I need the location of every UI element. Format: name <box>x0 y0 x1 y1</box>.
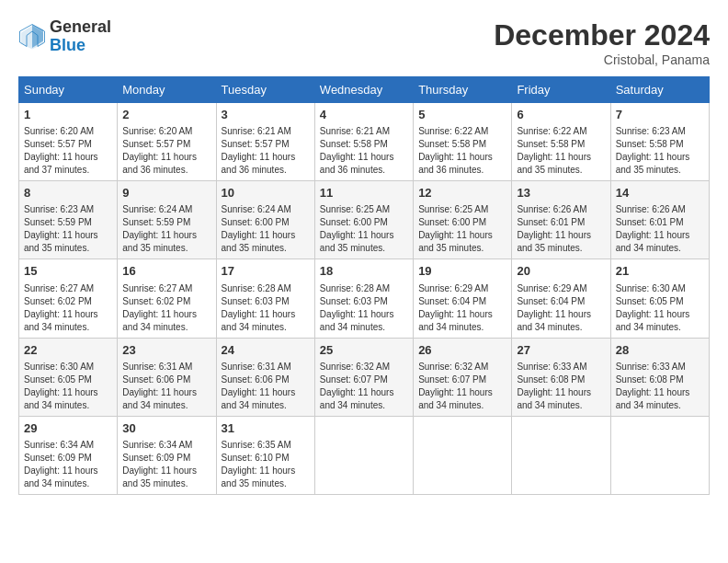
calendar-header-row: SundayMondayTuesdayWednesdayThursdayFrid… <box>19 77 710 103</box>
calendar-cell: 5Sunrise: 6:22 AMSunset: 5:58 PMDaylight… <box>414 103 512 181</box>
calendar-cell: 16Sunrise: 6:27 AMSunset: 6:02 PMDayligh… <box>118 259 216 338</box>
day-detail: Sunrise: 6:32 AMSunset: 6:07 PMDaylight:… <box>320 361 408 412</box>
calendar-cell <box>512 416 610 494</box>
day-number: 11 <box>320 185 408 201</box>
calendar-cell: 8Sunrise: 6:23 AMSunset: 5:59 PMDaylight… <box>19 181 118 259</box>
calendar-cell: 24Sunrise: 6:31 AMSunset: 6:06 PMDayligh… <box>216 338 314 416</box>
day-detail: Sunrise: 6:35 AMSunset: 6:10 PMDaylight:… <box>222 439 310 490</box>
day-detail: Sunrise: 6:21 AMSunset: 5:57 PMDaylight:… <box>222 125 310 177</box>
calendar-cell: 23Sunrise: 6:31 AMSunset: 6:06 PMDayligh… <box>118 338 216 416</box>
day-number: 24 <box>222 342 310 359</box>
calendar-title: December 2024 <box>494 18 710 52</box>
calendar-cell: 12Sunrise: 6:25 AMSunset: 6:00 PMDayligh… <box>414 181 512 259</box>
day-number: 25 <box>320 342 408 359</box>
day-detail: Sunrise: 6:21 AMSunset: 5:58 PMDaylight:… <box>320 125 408 177</box>
logo-icon <box>18 23 46 51</box>
calendar-table: SundayMondayTuesdayWednesdayThursdayFrid… <box>18 76 710 495</box>
day-detail: Sunrise: 6:27 AMSunset: 6:02 PMDaylight:… <box>24 282 112 334</box>
day-detail: Sunrise: 6:33 AMSunset: 6:08 PMDaylight:… <box>517 361 605 412</box>
calendar-cell: 14Sunrise: 6:26 AMSunset: 6:01 PMDayligh… <box>610 181 709 259</box>
day-detail: Sunrise: 6:23 AMSunset: 5:58 PMDaylight:… <box>616 125 704 177</box>
day-number: 31 <box>222 420 310 437</box>
day-number: 15 <box>24 263 112 280</box>
day-number: 12 <box>418 185 506 201</box>
day-detail: Sunrise: 6:34 AMSunset: 6:09 PMDaylight:… <box>24 439 112 490</box>
logo-line1: General <box>50 18 111 37</box>
day-detail: Sunrise: 6:31 AMSunset: 6:06 PMDaylight:… <box>122 361 210 412</box>
day-detail: Sunrise: 6:22 AMSunset: 5:58 PMDaylight:… <box>418 125 506 177</box>
day-detail: Sunrise: 6:24 AMSunset: 6:00 PMDaylight:… <box>222 203 310 255</box>
day-number: 8 <box>24 185 112 201</box>
day-number: 21 <box>616 263 704 280</box>
day-number: 4 <box>320 107 408 123</box>
day-number: 27 <box>517 342 605 359</box>
calendar-cell <box>414 416 512 494</box>
day-detail: Sunrise: 6:25 AMSunset: 6:00 PMDaylight:… <box>320 203 408 255</box>
day-detail: Sunrise: 6:23 AMSunset: 5:59 PMDaylight:… <box>24 203 112 255</box>
column-header-sunday: Sunday <box>19 77 118 103</box>
logo: General Blue <box>18 18 111 55</box>
calendar-cell: 26Sunrise: 6:32 AMSunset: 6:07 PMDayligh… <box>414 338 512 416</box>
day-detail: Sunrise: 6:34 AMSunset: 6:09 PMDaylight:… <box>122 439 210 490</box>
day-number: 23 <box>122 342 210 359</box>
logo-text: General Blue <box>50 18 111 55</box>
calendar-week-row: 15Sunrise: 6:27 AMSunset: 6:02 PMDayligh… <box>19 259 710 338</box>
day-detail: Sunrise: 6:22 AMSunset: 5:58 PMDaylight:… <box>517 125 605 177</box>
day-number: 18 <box>320 263 408 280</box>
calendar-cell: 27Sunrise: 6:33 AMSunset: 6:08 PMDayligh… <box>512 338 610 416</box>
day-detail: Sunrise: 6:28 AMSunset: 6:03 PMDaylight:… <box>320 282 408 334</box>
calendar-week-row: 1Sunrise: 6:20 AMSunset: 5:57 PMDaylight… <box>19 103 710 181</box>
day-number: 3 <box>222 107 310 123</box>
logo-line2: Blue <box>50 37 111 55</box>
calendar-cell: 25Sunrise: 6:32 AMSunset: 6:07 PMDayligh… <box>314 338 413 416</box>
calendar-cell: 4Sunrise: 6:21 AMSunset: 5:58 PMDaylight… <box>314 103 413 181</box>
calendar-cell: 28Sunrise: 6:33 AMSunset: 6:08 PMDayligh… <box>610 338 709 416</box>
day-detail: Sunrise: 6:26 AMSunset: 6:01 PMDaylight:… <box>517 203 605 255</box>
day-detail: Sunrise: 6:27 AMSunset: 6:02 PMDaylight:… <box>122 282 210 334</box>
calendar-cell: 20Sunrise: 6:29 AMSunset: 6:04 PMDayligh… <box>512 259 610 338</box>
day-number: 5 <box>418 107 506 123</box>
column-header-saturday: Saturday <box>610 77 709 103</box>
day-number: 10 <box>222 185 310 201</box>
calendar-cell: 7Sunrise: 6:23 AMSunset: 5:58 PMDaylight… <box>610 103 709 181</box>
page-header: General Blue December 2024 Cristobal, Pa… <box>18 18 710 67</box>
title-block: December 2024 Cristobal, Panama <box>494 18 710 67</box>
day-detail: Sunrise: 6:26 AMSunset: 6:01 PMDaylight:… <box>616 203 704 255</box>
day-number: 20 <box>517 263 605 280</box>
calendar-cell: 15Sunrise: 6:27 AMSunset: 6:02 PMDayligh… <box>19 259 118 338</box>
calendar-cell: 31Sunrise: 6:35 AMSunset: 6:10 PMDayligh… <box>216 416 314 494</box>
day-number: 7 <box>616 107 704 123</box>
day-number: 6 <box>517 107 605 123</box>
day-number: 16 <box>122 263 210 280</box>
calendar-cell: 22Sunrise: 6:30 AMSunset: 6:05 PMDayligh… <box>19 338 118 416</box>
day-number: 9 <box>122 185 210 201</box>
day-detail: Sunrise: 6:30 AMSunset: 6:05 PMDaylight:… <box>616 282 704 334</box>
day-detail: Sunrise: 6:29 AMSunset: 6:04 PMDaylight:… <box>517 282 605 334</box>
calendar-cell <box>314 416 413 494</box>
calendar-cell: 1Sunrise: 6:20 AMSunset: 5:57 PMDaylight… <box>19 103 118 181</box>
calendar-cell <box>610 416 709 494</box>
day-number: 30 <box>122 420 210 437</box>
day-detail: Sunrise: 6:29 AMSunset: 6:04 PMDaylight:… <box>418 282 506 334</box>
day-detail: Sunrise: 6:32 AMSunset: 6:07 PMDaylight:… <box>418 361 506 412</box>
day-number: 28 <box>616 342 704 359</box>
day-detail: Sunrise: 6:24 AMSunset: 5:59 PMDaylight:… <box>122 203 210 255</box>
day-number: 2 <box>122 107 210 123</box>
column-header-friday: Friday <box>512 77 610 103</box>
calendar-cell: 30Sunrise: 6:34 AMSunset: 6:09 PMDayligh… <box>118 416 216 494</box>
column-header-tuesday: Tuesday <box>216 77 314 103</box>
column-header-thursday: Thursday <box>414 77 512 103</box>
calendar-cell: 3Sunrise: 6:21 AMSunset: 5:57 PMDaylight… <box>216 103 314 181</box>
calendar-subtitle: Cristobal, Panama <box>494 52 710 67</box>
calendar-cell: 6Sunrise: 6:22 AMSunset: 5:58 PMDaylight… <box>512 103 610 181</box>
day-number: 26 <box>418 342 506 359</box>
day-number: 17 <box>222 263 310 280</box>
calendar-week-row: 22Sunrise: 6:30 AMSunset: 6:05 PMDayligh… <box>19 338 710 416</box>
calendar-week-row: 29Sunrise: 6:34 AMSunset: 6:09 PMDayligh… <box>19 416 710 494</box>
calendar-cell: 10Sunrise: 6:24 AMSunset: 6:00 PMDayligh… <box>216 181 314 259</box>
day-detail: Sunrise: 6:20 AMSunset: 5:57 PMDaylight:… <box>122 125 210 177</box>
day-number: 1 <box>24 107 112 123</box>
calendar-cell: 9Sunrise: 6:24 AMSunset: 5:59 PMDaylight… <box>118 181 216 259</box>
day-number: 13 <box>517 185 605 201</box>
day-number: 19 <box>418 263 506 280</box>
